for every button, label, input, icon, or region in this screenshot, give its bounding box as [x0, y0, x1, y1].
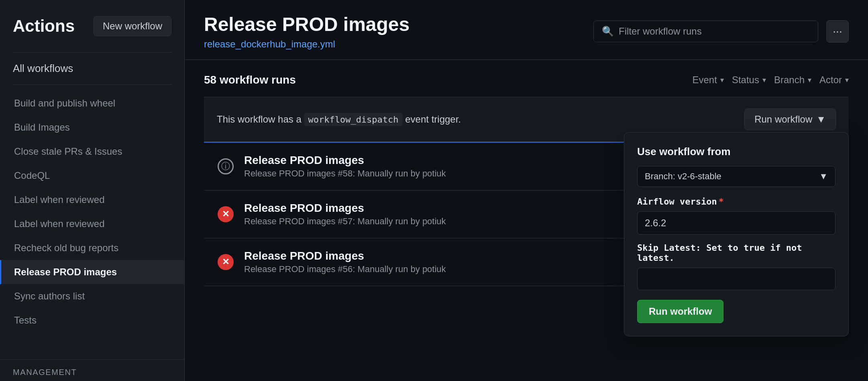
filter-row: Event▾Status▾Branch▾Actor▾: [693, 73, 849, 87]
sidebar-item-release-prod[interactable]: Release PROD images: [0, 260, 184, 284]
sidebar-item-build-publish-wheel[interactable]: Build and publish wheel: [0, 91, 184, 115]
runs-header: 58 workflow runs Event▾Status▾Branch▾Act…: [204, 73, 849, 97]
chevron-down-icon: ▾: [808, 76, 811, 84]
sidebar-item-build-images[interactable]: Build Images: [0, 115, 184, 139]
sidebar-item-codeql[interactable]: CodeQL: [0, 164, 184, 188]
airflow-version-label: Airflow version*: [637, 197, 835, 207]
header-right: 🔍 ···: [593, 20, 849, 43]
sidebar-item-tests[interactable]: Tests: [0, 308, 184, 332]
pending-icon: ⓘ: [218, 158, 234, 174]
run-status-icon: ✕: [217, 253, 234, 271]
filter-label: Event: [693, 74, 717, 86]
search-icon: 🔍: [602, 26, 614, 37]
sidebar-item-recheck-bugs[interactable]: Recheck old bug reports: [0, 236, 184, 260]
management-section-label: Management: [0, 359, 184, 381]
more-icon: ···: [833, 25, 842, 38]
filter-label: Branch: [774, 74, 805, 86]
chevron-down-icon: ▾: [762, 76, 766, 84]
chevron-down-icon: ▼: [819, 171, 828, 182]
main-title-block: Release PROD images release_dockerhub_im…: [204, 13, 410, 50]
failed-icon: ✕: [218, 206, 234, 222]
page-title: Release PROD images: [204, 13, 410, 36]
popup-title: Use workflow from: [637, 145, 835, 158]
sidebar-title: Actions: [13, 16, 75, 36]
skip-latest-input[interactable]: [637, 268, 835, 290]
filter-label: Actor: [819, 74, 842, 86]
sidebar-item-all-workflows[interactable]: All workflows: [0, 56, 184, 81]
sidebar-item-sync-authors[interactable]: Sync authors list: [0, 284, 184, 308]
chevron-down-icon: ▾: [720, 76, 724, 84]
chevron-down-icon: ▼: [816, 114, 826, 125]
run-status-icon: ⓘ: [217, 158, 234, 175]
workflow-list: Build and publish wheelBuild ImagesClose…: [0, 91, 184, 356]
run-workflow-button[interactable]: Run workflow ▼: [744, 109, 836, 130]
run-status-icon: ✕: [217, 205, 234, 223]
search-box[interactable]: 🔍: [593, 20, 818, 42]
sidebar: Actions New workflow All workflows Build…: [0, 0, 185, 381]
sidebar-header: Actions New workflow: [0, 16, 184, 49]
skip-latest-label: Skip Latest: Set to true if not latest.: [637, 243, 835, 263]
failed-icon: ✕: [218, 254, 234, 270]
sidebar-item-label-reviewed-1[interactable]: Label when reviewed: [0, 188, 184, 212]
filter-event[interactable]: Event▾: [693, 73, 724, 87]
sidebar-divider: [13, 84, 171, 85]
dispatch-code: workflow_dispatch: [304, 113, 402, 126]
main-content: Release PROD images release_dockerhub_im…: [185, 0, 868, 381]
dispatch-text: This workflow has a workflow_dispatch ev…: [217, 114, 461, 125]
branch-select[interactable]: Branch: v2-6-stable ▼: [637, 166, 835, 187]
chevron-down-icon: ▾: [845, 76, 849, 84]
search-input[interactable]: [619, 26, 810, 37]
sidebar-item-close-stale[interactable]: Close stale PRs & Issues: [0, 139, 184, 164]
runs-count: 58 workflow runs: [204, 74, 296, 86]
run-workflow-popup: Use workflow from Branch: v2-6-stable ▼ …: [624, 132, 849, 336]
runs-container: 58 workflow runs Event▾Status▾Branch▾Act…: [185, 60, 868, 381]
new-workflow-button[interactable]: New workflow: [94, 16, 171, 36]
airflow-version-input[interactable]: [637, 211, 835, 235]
main-header: Release PROD images release_dockerhub_im…: [185, 0, 868, 60]
filter-label: Status: [732, 74, 759, 86]
filter-actor[interactable]: Actor▾: [819, 73, 849, 87]
sidebar-item-label-reviewed-2[interactable]: Label when reviewed: [0, 212, 184, 236]
required-marker: *: [719, 197, 724, 207]
sidebar-top-divider: [13, 52, 171, 53]
filter-branch[interactable]: Branch▾: [774, 73, 811, 87]
workflow-file-link[interactable]: release_dockerhub_image.yml: [204, 39, 410, 50]
run-workflow-submit-button[interactable]: Run workflow: [637, 300, 723, 323]
filter-status[interactable]: Status▾: [732, 73, 766, 87]
more-options-button[interactable]: ···: [826, 20, 849, 43]
